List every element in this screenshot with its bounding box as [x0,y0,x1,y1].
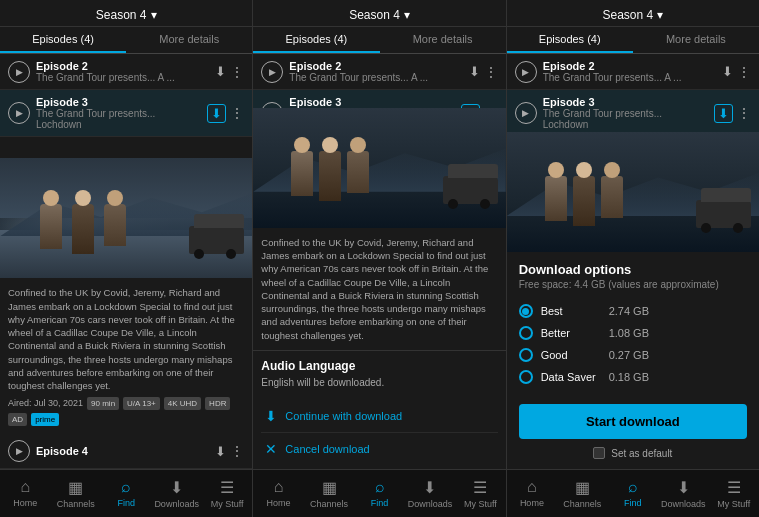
episode-2b-sub: The Grand Tour presents... A ... [289,72,462,83]
aired-date: Aired: Jul 30, 2021 [8,397,83,410]
radio-best[interactable] [519,304,533,318]
tab-episodes-3[interactable]: Episodes (4) [507,27,633,53]
season-header-3: Season 4 ▾ [507,0,759,27]
nav-home[interactable]: ⌂ Home [0,474,50,513]
play-icon-ep3[interactable]: ▶ [8,102,30,124]
nav-downloads-3[interactable]: ⬇ Downloads [658,474,708,513]
more-icon-ep4[interactable]: ⋮ [230,443,244,459]
set-default-checkbox[interactable] [593,447,605,459]
channels-icon-3: ▦ [575,478,590,497]
download-options-title: Download options [519,262,747,277]
tab-more-details-2[interactable]: More details [380,27,506,53]
continue-icon: ⬇ [265,408,277,424]
episode-thumbnail-2 [253,108,505,228]
nav-channels-3[interactable]: ▦ Channels [557,474,607,513]
play-icon-ep2b[interactable]: ▶ [261,61,283,83]
quality-good[interactable]: Good 0.27 GB [519,344,747,366]
start-download-button[interactable]: Start download [519,404,747,439]
play-icon-ep2[interactable]: ▶ [8,61,30,83]
tab-more-details-3[interactable]: More details [633,27,759,53]
nav-home-2[interactable]: ⌂ Home [253,474,303,513]
downloads-icon-2: ⬇ [423,478,436,497]
download-icon-ep2b[interactable]: ⬇ [469,64,480,79]
download-icon-ep2[interactable]: ⬇ [215,64,226,79]
bottom-nav-3: ⌂ Home ▦ Channels ⌕ Find ⬇ Downloads ☰ M… [507,469,759,517]
season-label-3: Season 4 [602,8,653,22]
download-icon-ep3c[interactable]: ⬇ [714,104,733,123]
continue-download-button[interactable]: ⬇ Continue with download [261,400,497,433]
ep4-actions: ⬇ ⋮ [215,443,244,459]
more-icon-ep2b[interactable]: ⋮ [484,64,498,80]
episode-3c-title: Episode 3 [543,96,708,108]
download-icon-ep2c[interactable]: ⬇ [722,64,733,79]
description-2: Confined to the UK by Covid, Jeremy, Ric… [253,228,505,350]
episode-2-subtitle: The Grand Tour presents... A ... [36,72,209,83]
episode-3b-title: Episode 3 [289,96,454,108]
nav-channels-label: Channels [57,499,95,509]
tab-episodes-2[interactable]: Episodes (4) [253,27,379,53]
nav-mystuff-3[interactable]: ☰ My Stuff [709,474,759,513]
rating-badge: U/A 13+ [123,397,160,410]
more-icon-ep3[interactable]: ⋮ [230,105,244,121]
description-text: Confined to the UK by Covid, Jeremy, Ric… [8,286,244,392]
episode-item-2[interactable]: ▶ Episode 2 The Grand Tour presents... A… [0,54,252,90]
nav-find-2[interactable]: ⌕ Find [354,474,404,513]
continue-label: Continue with download [285,410,402,422]
play-icon-ep3c[interactable]: ▶ [515,102,537,124]
chevron-down-icon: ▾ [151,8,157,22]
quality-datasaver-size: 0.18 GB [609,371,649,383]
ad-badge: AD [8,413,27,426]
nav-find[interactable]: ⌕ Find [101,474,151,513]
cancel-download-button[interactable]: ✕ Cancel download [261,433,497,465]
ep2c-actions: ⬇ ⋮ [722,64,751,80]
tab-episodes[interactable]: Episodes (4) [0,27,126,53]
nav-mystuff[interactable]: ☰ My Stuff [202,474,252,513]
nav-channels[interactable]: ▦ Channels [50,474,100,513]
tab-more-details[interactable]: More details [126,27,252,53]
episode-3c-info: Episode 3 The Grand Tour presents... Loc… [543,96,708,130]
more-icon-ep3c[interactable]: ⋮ [737,105,751,121]
nav-home-3[interactable]: ⌂ Home [507,474,557,513]
tab-bar: Episodes (4) More details [0,27,252,54]
quality-best[interactable]: Best 2.74 GB [519,300,747,322]
bottom-nav-2: ⌂ Home ▦ Channels ⌕ Find ⬇ Downloads ☰ M… [253,469,505,517]
nav-downloads-2[interactable]: ⬇ Downloads [405,474,455,513]
uhd-badge: 4K UHD [164,397,201,410]
play-icon-ep4[interactable]: ▶ [8,440,30,462]
episode-item-3b[interactable]: ▶ Episode 3 The Grand Tour presents... L… [253,90,505,108]
quality-datasaver[interactable]: Data Saver 0.18 GB [519,366,747,388]
radio-better[interactable] [519,326,533,340]
radio-datasaver[interactable] [519,370,533,384]
tab-bar-3: Episodes (4) More details [507,27,759,54]
more-icon-ep2[interactable]: ⋮ [230,64,244,80]
quality-best-size: 2.74 GB [609,305,649,317]
episode-item-2b[interactable]: ▶ Episode 2 The Grand Tour presents... A… [253,54,505,90]
quality-better[interactable]: Better 1.08 GB [519,322,747,344]
radio-good[interactable] [519,348,533,362]
nav-channels-2[interactable]: ▦ Channels [304,474,354,513]
episode-list-2: ▶ Episode 2 The Grand Tour presents... A… [253,54,505,108]
download-options-panel: Download options Free space: 4.4 GB (val… [507,252,759,469]
channels-icon-2: ▦ [322,478,337,497]
episode-list-3: ▶ Episode 2 The Grand Tour presents... A… [507,54,759,132]
episode-item-3c[interactable]: ▶ Episode 3 The Grand Tour presents... L… [507,90,759,132]
nav-find-3[interactable]: ⌕ Find [608,474,658,513]
mystuff-icon: ☰ [220,478,234,497]
download-icon-ep3[interactable]: ⬇ [207,104,226,123]
more-icon-ep2c[interactable]: ⋮ [737,64,751,80]
episode-item-2c[interactable]: ▶ Episode 2 The Grand Tour presents... A… [507,54,759,90]
play-icon-ep2c[interactable]: ▶ [515,61,537,83]
episode-2c-title: Episode 2 [543,60,716,72]
nav-mystuff-2[interactable]: ☰ My Stuff [455,474,505,513]
episode-item-4[interactable]: ▶ Episode 4 ⬇ ⋮ [0,434,252,469]
nav-downloads-label-2: Downloads [408,499,453,509]
season-label-2: Season 4 [349,8,400,22]
episode-description: Confined to the UK by Covid, Jeremy, Ric… [0,278,252,434]
episode-item-3[interactable]: ▶ Episode 3 The Grand Tour presents... L… [0,90,252,137]
episode-2c-info: Episode 2 The Grand Tour presents... A .… [543,60,716,83]
mystuff-icon-3: ☰ [727,478,741,497]
nav-downloads[interactable]: ⬇ Downloads [151,474,201,513]
action-buttons: ⬇ Continue with download ✕ Cancel downlo… [253,396,505,469]
runtime-badge: 90 min [87,397,119,410]
download-icon-ep4[interactable]: ⬇ [215,444,226,459]
